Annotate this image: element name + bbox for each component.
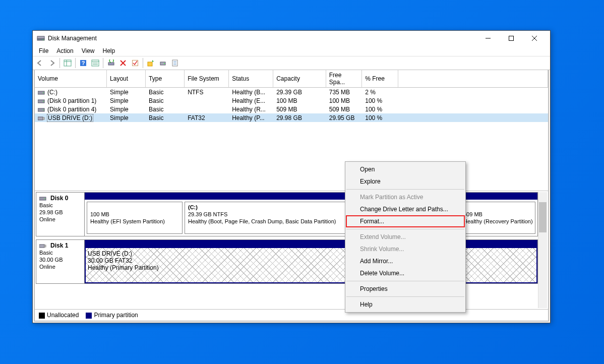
svg-point-30 bbox=[43, 101, 44, 102]
cell: 100 MB bbox=[326, 96, 363, 105]
svg-rect-7 bbox=[64, 60, 71, 66]
ctx-mark-partition-as-active: Mark Partition as Active bbox=[346, 191, 465, 203]
cell: Healthy (R... bbox=[229, 105, 273, 113]
cell: Basic bbox=[146, 88, 185, 96]
volume-list: VolumeLayoutTypeFile SystemStatusCapacit… bbox=[35, 70, 548, 191]
cell bbox=[398, 88, 548, 96]
ctx-open[interactable]: Open bbox=[346, 163, 465, 175]
content-area: VolumeLayoutTypeFile SystemStatusCapacit… bbox=[34, 70, 549, 322]
settings-button[interactable] bbox=[89, 57, 101, 69]
column-header[interactable]: Type bbox=[146, 70, 185, 88]
table-row[interactable]: (Disk 0 partition 4)SimpleBasicHealthy (… bbox=[35, 105, 548, 113]
properties-button[interactable] bbox=[169, 57, 181, 69]
ctx-properties[interactable]: Properties bbox=[346, 283, 465, 295]
column-header[interactable]: Capacity bbox=[273, 70, 326, 88]
maximize-button[interactable] bbox=[500, 31, 523, 46]
disk-icon bbox=[38, 98, 45, 103]
cell: 29.95 GB bbox=[326, 113, 363, 122]
svg-rect-33 bbox=[38, 117, 43, 120]
column-header[interactable]: File System bbox=[185, 70, 229, 88]
disk-graphic-panel: Disk 0Basic29.98 GBOnline100 MBHealthy (… bbox=[35, 191, 548, 310]
minimize-button[interactable] bbox=[476, 31, 500, 46]
svg-rect-34 bbox=[43, 117, 44, 119]
toolbar-separator bbox=[75, 58, 76, 68]
menu-view[interactable]: View bbox=[78, 46, 99, 55]
disk-kind: Basic bbox=[39, 202, 81, 209]
cell: Healthy (P... bbox=[229, 113, 273, 122]
svg-rect-20 bbox=[148, 62, 152, 66]
cell bbox=[398, 105, 548, 113]
ctx-delete-volume[interactable]: Delete Volume... bbox=[346, 267, 465, 279]
cell: Simple bbox=[107, 96, 146, 105]
table-row[interactable]: (Disk 0 partition 1)SimpleBasicHealthy (… bbox=[35, 96, 548, 105]
nav-back-button[interactable] bbox=[34, 57, 46, 69]
ctx-add-mirror[interactable]: Add Mirror... bbox=[346, 255, 465, 267]
action2-button[interactable] bbox=[157, 57, 169, 69]
titlebar: Disk Management bbox=[33, 31, 550, 46]
column-header[interactable]: Layout bbox=[107, 70, 146, 88]
show-hide-tree-button[interactable] bbox=[62, 57, 74, 69]
menu-help[interactable]: Help bbox=[99, 46, 119, 55]
volume-block[interactable]: 509 MBHealthy (Recovery Partition) bbox=[460, 202, 535, 234]
disk-label: Disk 0Basic29.98 GBOnline bbox=[36, 193, 85, 236]
column-header[interactable]: Status bbox=[229, 70, 273, 88]
disk-icon bbox=[39, 243, 46, 248]
cell: 2 % bbox=[362, 88, 398, 96]
column-header[interactable] bbox=[398, 70, 548, 88]
cell: 735 MB bbox=[326, 88, 363, 96]
vb-size: 100 MB bbox=[90, 211, 179, 218]
legend-primary-label: Primary partition bbox=[94, 312, 138, 319]
close-button[interactable] bbox=[523, 31, 546, 46]
square-icon bbox=[39, 313, 45, 319]
column-header[interactable]: Volume bbox=[35, 70, 107, 88]
ctx-help[interactable]: Help bbox=[346, 298, 465, 311]
check-button[interactable] bbox=[129, 57, 141, 69]
volume-cell: (C:) bbox=[35, 88, 107, 96]
volume-block-selected[interactable]: USB DRIVE (D:)30.00 GB FAT32Healthy (Pri… bbox=[85, 247, 537, 283]
table-row[interactable]: (C:)SimpleBasicNTFSHealthy (B...29.39 GB… bbox=[35, 88, 548, 96]
legend-primary: Primary partition bbox=[86, 312, 138, 319]
refresh-button[interactable] bbox=[105, 57, 117, 69]
app-icon bbox=[37, 34, 45, 42]
cell: Basic bbox=[146, 96, 185, 105]
delete-button[interactable] bbox=[117, 57, 129, 69]
menu-file[interactable]: File bbox=[35, 46, 52, 55]
cell: Basic bbox=[146, 113, 185, 122]
column-header[interactable]: Free Spa... bbox=[326, 70, 363, 88]
table-row[interactable]: USB DRIVE (D:)SimpleBasicFAT32Healthy (P… bbox=[35, 113, 548, 122]
menu-action[interactable]: Action bbox=[52, 46, 77, 55]
menubar: File Action View Help bbox=[33, 46, 550, 56]
square-icon bbox=[86, 313, 92, 319]
disk-label: Disk 1Basic30.00 GBOnline bbox=[36, 240, 85, 283]
nav-forward-button[interactable] bbox=[46, 57, 58, 69]
legend-unallocated: Unallocated bbox=[39, 312, 79, 319]
legend-unallocated-label: Unallocated bbox=[47, 312, 79, 319]
volume-block[interactable]: 100 MBHealthy (EFI System Partition) bbox=[87, 202, 183, 234]
toolbar-separator bbox=[103, 58, 103, 68]
column-header[interactable]: % Free bbox=[362, 70, 398, 88]
vertical-scrollbar[interactable] bbox=[538, 192, 547, 308]
svg-rect-38 bbox=[44, 245, 46, 247]
vb-status: Healthy (EFI System Partition) bbox=[90, 218, 179, 225]
disk-name: Disk 0 bbox=[50, 195, 68, 202]
ctx-explore[interactable]: Explore bbox=[346, 175, 465, 188]
svg-point-2 bbox=[43, 39, 44, 40]
cell: 29.98 GB bbox=[273, 113, 326, 122]
cell: 100 % bbox=[362, 105, 398, 113]
legend: Unallocated Primary partition bbox=[35, 310, 548, 321]
svg-rect-37 bbox=[39, 245, 44, 248]
cell: Simple bbox=[107, 88, 146, 96]
disk-state: Online bbox=[39, 263, 81, 270]
vb-title: USB DRIVE (D:) bbox=[88, 250, 534, 257]
toolbar-separator bbox=[143, 58, 143, 68]
disk-management-window: Disk Management File Action View Help ? … bbox=[32, 30, 551, 323]
cell bbox=[185, 96, 229, 105]
cell bbox=[398, 96, 548, 105]
cell bbox=[185, 105, 229, 113]
disk-parts: USB DRIVE (D:)30.00 GB FAT32Healthy (Pri… bbox=[85, 240, 537, 283]
svg-point-36 bbox=[44, 198, 45, 199]
help-button[interactable]: ? bbox=[77, 57, 89, 69]
action1-button[interactable] bbox=[145, 57, 157, 69]
ctx-change-drive-letter-and-paths[interactable]: Change Drive Letter and Paths... bbox=[346, 203, 465, 215]
ctx-format[interactable]: Format... bbox=[346, 215, 465, 227]
